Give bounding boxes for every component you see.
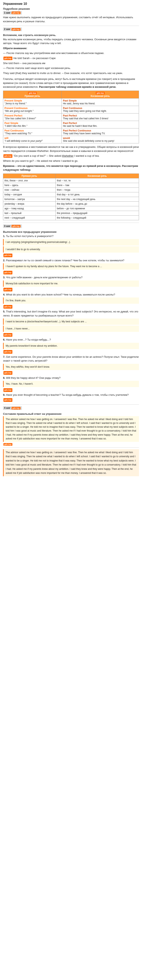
tense-cell-indirect: Past Perfect He said he hadn't liked tha… [62,121,139,129]
answer-text2: I have...I have never... [3,326,139,332]
answer-text2: I wouldn't like to go to university. [3,246,139,253]
question-text: 6. Have you ever...? Ты когда-нибудь...? [3,338,139,342]
pronoun-example-2: Where do you want to go? – He asked me w… [3,159,139,163]
gdz-top-q4: gdz.top [3,305,12,309]
time-cell-indirect: then – тогда [56,188,139,192]
answer-text: I'm fine, thank you. [3,298,139,304]
question-item: 2. Разговаривал ли ты со своей семьей о … [3,258,139,275]
tense-table-row: Past Simple "I didn't like this film." P… [3,121,139,129]
time-table-row: yesterday – вчера the day before – за де… [3,201,139,206]
gdz-top-q9: gdz.top [3,398,12,402]
question-text: 8. Will they be happy about it? Они рады… [3,376,139,380]
tense-change-note: Глаголы, которые вводят косвенную речь, … [3,77,139,89]
question-text: 1. Ты бы хотел поступить в университет? [3,234,139,238]
step1-number: 1 шаг gdz.top [3,11,22,14]
exercise-title: Упражнение 10 [3,2,139,6]
tense-table-header-indirect: gdz.top Косвенная речь [62,91,139,98]
tense-cell-direct: will "I will definitely come to your par… [3,136,62,143]
question-item: 4. What do you want to do when you leave… [3,293,139,309]
time-cell-indirect: the previous – предыдущий [56,211,139,215]
time-cell-indirect: before – до того времени [56,206,139,211]
answer-text: Yes, they will/No, they won't/I don't kn… [3,364,139,370]
gdz-top-step1: gdz.top [11,11,21,14]
time-cell-direct: last – прошлый [3,211,56,215]
time-change-note: Времена – это не единственное, что меняе… [3,164,139,172]
note1: — После глагола say мы употребляем имя и… [3,51,139,55]
theory-indirect-speech: Мы используем косвенную речь, чтобы пере… [3,37,139,75]
time-cell-direct: here – здесь [3,183,56,188]
tense-cell-indirect: Past Perfect Continuous They said they h… [62,129,139,136]
time-table-row: today – сегодня that day – в тот день [3,192,139,197]
pronoun-note: В вопросах времена и местоимения меняютс… [3,145,139,153]
step2-section: 2 шаг gdz.top Вспомним, как строить косв… [3,27,139,220]
step1-section: 1 шаг gdz.top Нам нужно выполнить задани… [3,11,139,23]
tense-table-header-direct: gdz.top Прямая речь [3,91,62,98]
they-said: They said (that) they wanted to invite u… [3,71,139,75]
question-text: 2. Разговаривал ли ты со своей семьей о … [3,258,139,262]
tense-cell-indirect: Past Simple He said, Jenny was his frien… [62,99,139,106]
tense-cell-direct: Past Simple "I didn't like this film." [3,121,62,129]
time-cell-indirect: the following – следующий [56,215,139,220]
tense-table-row: Present Perfect "She has called him 3 ti… [3,113,139,121]
step4-answer: The advisor asked me how I was getting o… [3,416,139,442]
gdz-top-q3: gdz.top [3,288,12,291]
question-item: 7. Get some experience. Do your parents … [3,355,139,375]
gdz-top-step4: gdz.top [11,407,21,409]
gdz-top-step3: gdz.top [11,225,21,228]
indirect-speech-def: Мы используем косвенную речь, чтобы пере… [3,37,139,45]
tense-table-row: will "I will definitely come to your par… [3,136,139,143]
tense-cell-indirect: Past Perfect They said that she had call… [62,113,139,121]
step2-number: 2 шаг gdz.top [3,27,22,31]
step4-section: 4 шаг gdz.top Составим правильный ответ … [3,406,139,476]
time-table: Прямая речь Косвенная речь this, these –… [3,173,139,220]
question-text: 7. Get some experience. Do your parents … [3,355,139,363]
question-text: 4. What do you want to do when you leave… [3,293,139,297]
answer-text: I haven't spoken to my family about my p… [3,263,139,270]
question-item: 5. That's interesting, but don't imagine… [3,310,139,337]
answer-text: Yes, I have. No, I haven't. [3,381,139,387]
question-item: 6. Have you ever...? Ты когда-нибудь...?… [3,338,139,354]
question-text: 9. Have you ever thought of becoming a t… [3,393,139,397]
gdz-top-q1: gdz.top [3,254,12,257]
answer-text: Money/Job satisfaction is more important… [3,280,139,287]
step4-title: Составим правильный ответ на упражнение [3,412,139,415]
gdz-top-step4-bottom: gdz.top [3,443,12,446]
tense-table: gdz.top Прямая речь gdz.top Косвенная ре… [3,91,139,143]
time-cell-indirect: the next day – на следующий день [56,197,139,201]
step4-answer-highlighted: The advisor asked me how I was getting o… [3,449,139,476]
tense-cell-direct: Past Continuous "They were watching TV." [3,129,62,136]
time-table-row: next – следующий the following – следующ… [3,215,139,220]
time-cell-indirect: there – там [56,183,139,188]
answer-text: I want to become a (doctor/teacher/lawye… [3,318,139,325]
note2: — После глагола said чаще всего идет кос… [3,66,139,70]
time-cell-indirect: that day – в тот день [56,192,139,197]
question-item: 3. Что для тебя важнее - деньги или удов… [3,275,139,292]
tense-table-row: Present Simple "Jenny is my friend." Pas… [3,99,139,106]
gdz-top-q2: gdz.top [3,271,12,274]
question-item: 1. Ты бы хотел поступить в университет? … [3,234,139,258]
time-table-header-indirect: Косвенная речь [56,173,139,178]
gdz-top-q8: gdz.top [3,388,12,392]
answer-text: My parents know/don't know about my ambi… [3,343,139,349]
time-cell-direct: now – сейчас [3,188,56,192]
time-cell-direct: next – следующий [3,215,56,220]
pronoun-examples: gdz.top "Do you want a cup of tea?" – Sh… [3,154,139,163]
time-table-row: now – сейчас then – тогда [3,188,139,192]
time-table-row: this, these – этот, эти that – тот, те [3,178,139,183]
gdz-top-q7: gdz.top [3,371,12,375]
time-cell-indirect: the day before – за день до [56,201,139,206]
question-text: 5. That's interesting, but don't imagine… [3,310,139,318]
tense-cell-direct: Present Perfect "She has called him 3 ti… [3,113,62,121]
tense-table-row: Present Continuous "We are going out ton… [3,106,139,113]
question-text: 3. Что для тебя важнее - деньги или удов… [3,275,139,280]
pronoun-example-1: gdz.top "Do you want a cup of tea?" – Sh… [3,154,139,158]
tense-cell-indirect: would She said she would definitely come… [62,136,139,143]
time-table-row: ago – тому назад before – до того времен… [3,206,139,211]
answer-text: I am enjoying (singing/dancing/writing p… [3,239,139,245]
subtitle: Подробное решение [3,7,139,10]
tense-cell-direct: Present Simple "Jenny is my friend." [3,99,62,106]
time-cell-direct: ago – тому назад [3,206,56,211]
step2-title: Вспомним, как строить косвенную речь. [3,33,139,37]
step1-content: Нам нужно выполнить задание из предыдуще… [3,15,139,23]
gdz-top-q5: gdz.top [3,333,12,337]
